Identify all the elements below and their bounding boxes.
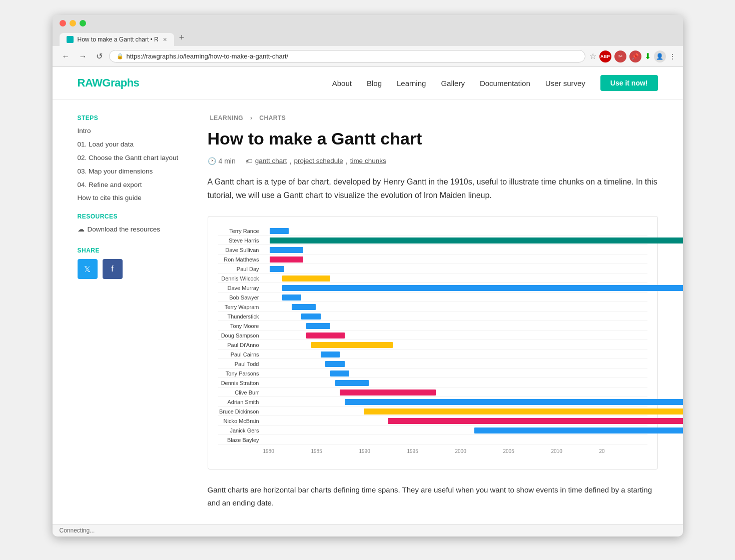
browser-toolbar: ← → ↺ 🔒 https://rawgraphs.io/learning/ho… — [53, 46, 683, 67]
logo-graphs: Graphs — [102, 76, 139, 89]
chart-container: Terry RanceSteve HarrisDave SullivanRon … — [208, 216, 658, 470]
gantt-row-track — [263, 407, 647, 416]
maximize-dot[interactable] — [80, 20, 86, 26]
table-row: Steve Harris — [218, 236, 647, 245]
sidebar-link-intro[interactable]: Intro — [78, 126, 188, 136]
forward-button[interactable]: → — [77, 51, 90, 62]
gantt-bar — [340, 390, 436, 396]
table-row: Nicko McBrain — [218, 416, 647, 426]
gantt-row-label: Dave Murray — [218, 285, 263, 291]
tab-close-button[interactable]: ✕ — [163, 36, 167, 43]
back-button[interactable]: ← — [60, 51, 73, 62]
nav-about[interactable]: About — [332, 79, 352, 88]
sidebar-link-refine[interactable]: 04. Refine and export — [78, 180, 188, 190]
sidebar-link-choose[interactable]: 02. Choose the Gantt chart layout — [78, 154, 188, 163]
table-row: Tony Parsons — [218, 369, 647, 378]
logo-raw: RAW — [78, 76, 103, 89]
breadcrumb-separator: › — [250, 114, 253, 122]
sidebar-link-cite[interactable]: How to cite this guide — [78, 194, 188, 203]
sidebar-link-load[interactable]: 01. Load your data — [78, 140, 188, 150]
nav-learning[interactable]: Learning — [397, 79, 426, 88]
sidebar-link-map[interactable]: 03. Map your dimensions — [78, 167, 188, 176]
gantt-row-track — [263, 284, 647, 292]
active-tab[interactable]: How to make a Gantt chart • R ✕ — [60, 33, 174, 46]
menu-icon[interactable]: ⋮ — [669, 52, 676, 60]
extension-icon-1[interactable]: ✂ — [614, 50, 626, 62]
gantt-row-track — [263, 246, 647, 254]
bookmark-icon[interactable]: ☆ — [589, 52, 596, 61]
gantt-row-track — [263, 236, 647, 244]
table-row: Janick Gers — [218, 426, 647, 435]
axis-label: 2000 — [455, 448, 503, 454]
breadcrumb-charts[interactable]: CHARTS — [259, 114, 286, 122]
gantt-row-track — [263, 426, 647, 434]
article-title: How to make a Gantt chart — [208, 128, 658, 149]
gantt-row-track — [263, 350, 647, 358]
profile-icon[interactable]: 👤 — [654, 50, 666, 62]
tag-gantt-chart[interactable]: gantt chart — [255, 157, 287, 164]
reload-button[interactable]: ↺ — [94, 50, 105, 62]
gantt-row-label: Ron Matthews — [218, 256, 263, 262]
gantt-bar — [474, 428, 683, 434]
table-row: Bruce Dickinson — [218, 407, 647, 416]
gantt-bar — [311, 342, 393, 348]
gantt-row-label: Tony Parsons — [218, 370, 263, 376]
download-resources[interactable]: ☁ Download the resources — [78, 225, 188, 233]
close-dot[interactable] — [60, 20, 66, 26]
download-cloud-icon: ☁ — [78, 225, 85, 233]
table-row: Paul Todd — [218, 360, 647, 368]
gantt-row-label: Dave Sullivan — [218, 247, 263, 253]
gantt-row-label: Doug Sampson — [218, 332, 263, 338]
share-buttons: 𝕏 f — [78, 259, 188, 279]
tag-time-chunks[interactable]: time chunks — [350, 157, 386, 164]
lock-icon: 🔒 — [117, 53, 124, 60]
gantt-bar — [330, 370, 349, 376]
browser-titlebar: How to make a Gantt chart • R ✕ + — [53, 15, 683, 46]
breadcrumb-learning[interactable]: LEARNING — [210, 114, 244, 122]
tab-favicon — [67, 36, 74, 43]
gantt-bar — [388, 418, 682, 424]
status-bar: Connecting... — [53, 524, 683, 536]
sidebar: STEPS Intro 01. Load your data 02. Choos… — [78, 114, 188, 509]
new-tab-button[interactable]: + — [175, 30, 189, 45]
axis-label: 1990 — [359, 448, 407, 454]
address-bar[interactable]: 🔒 https://rawgraphs.io/learning/how-to-m… — [109, 50, 585, 62]
table-row: Blaze Bayley — [218, 436, 647, 444]
table-row: Doug Sampson — [218, 331, 647, 340]
gantt-row-track — [263, 378, 647, 387]
toolbar-icons: ☆ ABP ✂ 📌 ⬇ 👤 ⋮ — [589, 50, 676, 62]
nav-blog[interactable]: Blog — [367, 79, 382, 88]
gantt-bar — [345, 399, 683, 405]
gantt-row-label: Tony Moore — [218, 323, 263, 329]
table-row: Paul Cairns — [218, 350, 647, 359]
gantt-row-label: Paul Todd — [218, 361, 263, 367]
gantt-bar — [270, 247, 303, 253]
steps-section-title: STEPS — [78, 114, 188, 122]
article-intro: A Gantt chart is a type of bar chart, de… — [208, 175, 658, 202]
gantt-row-label: Bruce Dickinson — [218, 408, 263, 414]
adblock-icon[interactable]: ABP — [599, 50, 611, 62]
nav-gallery[interactable]: Gallery — [441, 79, 465, 88]
nav-user-survey[interactable]: User survey — [545, 79, 585, 88]
gantt-chart: Terry RanceSteve HarrisDave SullivanRon … — [218, 226, 647, 444]
gantt-bar — [335, 380, 369, 386]
twitter-share-button[interactable]: 𝕏 — [78, 259, 98, 279]
gantt-row-label: Bob Sawyer — [218, 294, 263, 300]
resources-section-title: RESOURCES — [78, 213, 188, 220]
tag-project-schedule[interactable]: project schedule — [294, 157, 343, 164]
nav-links: About Blog Learning Gallery Documentatio… — [332, 75, 658, 91]
gantt-row-track — [263, 331, 647, 340]
nav-documentation[interactable]: Documentation — [480, 79, 530, 88]
read-time-value: 4 min — [219, 157, 236, 165]
extension-icon-2[interactable]: 📌 — [629, 50, 641, 62]
download-icon[interactable]: ⬇ — [644, 52, 651, 61]
gantt-bar — [270, 238, 683, 244]
facebook-share-button[interactable]: f — [103, 259, 123, 279]
article-meta: 🕐 4 min 🏷 gantt chart, project schedule,… — [208, 157, 658, 165]
use-it-now-button[interactable]: Use it now! — [600, 75, 658, 91]
gantt-row-label: Steve Harris — [218, 238, 263, 244]
minimize-dot[interactable] — [70, 20, 76, 26]
gantt-bar — [292, 304, 316, 310]
gantt-row-track — [263, 312, 647, 320]
download-label: Download the resources — [88, 226, 161, 233]
